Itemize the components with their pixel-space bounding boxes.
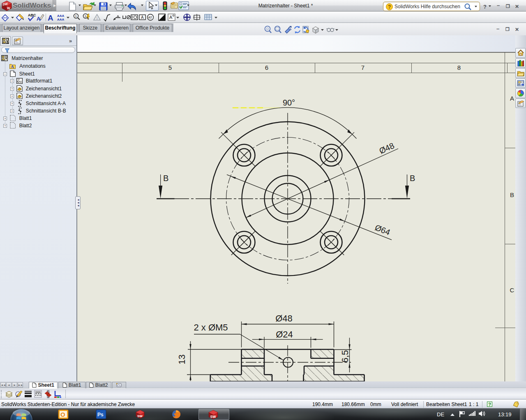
svg-text:5: 5 — [168, 64, 172, 71]
svg-text:A: A — [141, 15, 144, 20]
svg-text:13: 13 — [177, 354, 187, 364]
svg-text:B: B — [510, 191, 514, 198]
svg-text:8: 8 — [457, 64, 461, 71]
svg-text:C: C — [510, 287, 514, 294]
svg-text:SW: SW — [210, 415, 216, 419]
svg-text:O: O — [60, 411, 65, 418]
svg-text:AAA: AAA — [57, 14, 65, 18]
svg-text:7: 7 — [361, 64, 365, 71]
svg-text:Ø24: Ø24 — [276, 329, 293, 340]
svg-text:AT: AT — [148, 16, 152, 19]
svg-text:A: A — [48, 14, 53, 22]
svg-text:AAA: AAA — [57, 18, 65, 21]
svg-text:?: ? — [388, 4, 391, 10]
svg-text:6: 6 — [265, 64, 268, 71]
svg-text:6,5: 6,5 — [340, 350, 350, 363]
svg-text:1: 1 — [75, 14, 77, 18]
svg-text:ABC: ABC — [28, 13, 36, 17]
svg-text:A: A — [11, 64, 14, 69]
svg-text:B: B — [163, 174, 168, 183]
svg-text:A: A — [169, 15, 173, 20]
svg-text:Ps: Ps — [97, 412, 104, 418]
svg-text:Ø48: Ø48 — [275, 313, 293, 324]
svg-text:1: 1 — [85, 14, 87, 18]
svg-text:90°: 90° — [283, 98, 295, 107]
svg-text:1: 1 — [96, 16, 98, 20]
svg-text:2 x ØM5: 2 x ØM5 — [194, 322, 228, 333]
svg-text:SW: SW — [137, 414, 143, 418]
svg-text:W: W — [7, 6, 10, 10]
svg-text:A: A — [510, 95, 514, 102]
svg-text:B: B — [410, 174, 415, 183]
